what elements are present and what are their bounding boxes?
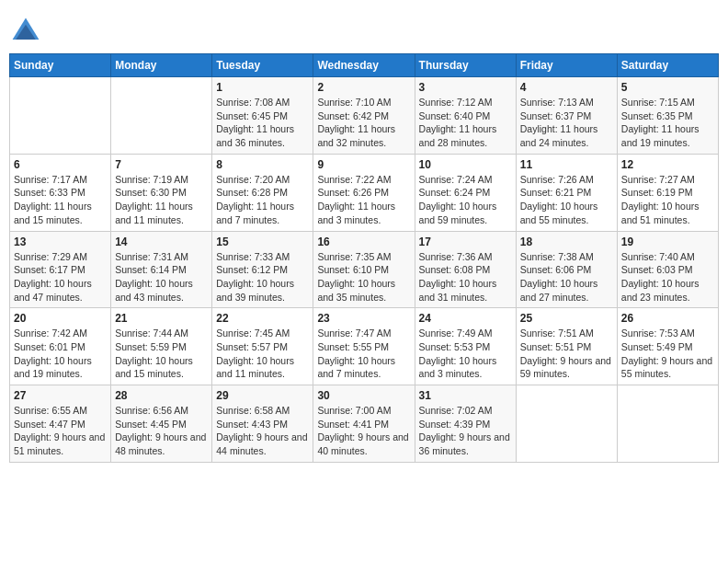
- weekday-header-sunday: Sunday: [10, 54, 111, 77]
- day-number: 17: [419, 236, 512, 248]
- calendar-cell: 22Sunrise: 7:45 AM Sunset: 5:57 PM Dayli…: [212, 308, 313, 385]
- day-info: Sunrise: 7:47 AM Sunset: 5:55 PM Dayligh…: [317, 327, 410, 381]
- day-number: 18: [520, 236, 613, 248]
- day-number: 10: [419, 158, 512, 171]
- calendar-cell: 29Sunrise: 6:58 AM Sunset: 4:43 PM Dayli…: [212, 385, 313, 463]
- day-number: 23: [317, 312, 410, 325]
- day-info: Sunrise: 7:29 AM Sunset: 6:17 PM Dayligh…: [14, 250, 107, 304]
- calendar-cell: 16Sunrise: 7:35 AM Sunset: 6:10 PM Dayli…: [313, 231, 415, 308]
- calendar-cell: 13Sunrise: 7:29 AM Sunset: 6:17 PM Dayli…: [10, 231, 111, 308]
- day-number: 25: [520, 312, 613, 325]
- day-number: 13: [14, 236, 107, 248]
- day-info: Sunrise: 7:45 AM Sunset: 5:57 PM Dayligh…: [216, 327, 309, 381]
- calendar-cell: 3Sunrise: 7:12 AM Sunset: 6:40 PM Daylig…: [415, 77, 516, 155]
- day-number: 20: [14, 312, 107, 325]
- calendar-cell: 11Sunrise: 7:26 AM Sunset: 6:21 PM Dayli…: [516, 154, 617, 231]
- weekday-header-monday: Monday: [111, 54, 212, 77]
- day-number: 26: [621, 312, 714, 325]
- calendar-cell: 18Sunrise: 7:38 AM Sunset: 6:06 PM Dayli…: [516, 231, 617, 308]
- day-number: 22: [216, 312, 309, 325]
- day-info: Sunrise: 7:13 AM Sunset: 6:37 PM Dayligh…: [520, 96, 613, 150]
- day-number: 27: [14, 389, 107, 402]
- day-info: Sunrise: 7:38 AM Sunset: 6:06 PM Dayligh…: [520, 250, 613, 304]
- calendar-cell: 19Sunrise: 7:40 AM Sunset: 6:03 PM Dayli…: [617, 231, 718, 308]
- weekday-header-thursday: Thursday: [415, 54, 516, 77]
- day-info: Sunrise: 7:36 AM Sunset: 6:08 PM Dayligh…: [419, 250, 512, 304]
- calendar-cell: 4Sunrise: 7:13 AM Sunset: 6:37 PM Daylig…: [516, 77, 617, 155]
- calendar-cell: 1Sunrise: 7:08 AM Sunset: 6:45 PM Daylig…: [212, 77, 313, 155]
- day-info: Sunrise: 7:02 AM Sunset: 4:39 PM Dayligh…: [419, 404, 512, 458]
- day-number: 30: [317, 389, 410, 402]
- calendar-cell: 10Sunrise: 7:24 AM Sunset: 6:24 PM Dayli…: [415, 154, 516, 231]
- day-number: 21: [115, 312, 208, 325]
- day-info: Sunrise: 7:20 AM Sunset: 6:28 PM Dayligh…: [216, 173, 309, 227]
- day-number: 9: [317, 158, 410, 171]
- calendar-cell: 25Sunrise: 7:51 AM Sunset: 5:51 PM Dayli…: [516, 308, 617, 385]
- calendar-cell: 2Sunrise: 7:10 AM Sunset: 6:42 PM Daylig…: [313, 77, 415, 155]
- calendar-cell: 9Sunrise: 7:22 AM Sunset: 6:26 PM Daylig…: [313, 154, 415, 231]
- day-number: 8: [216, 158, 309, 171]
- calendar-cell: 12Sunrise: 7:27 AM Sunset: 6:19 PM Dayli…: [617, 154, 718, 231]
- calendar-cell: 21Sunrise: 7:44 AM Sunset: 5:59 PM Dayli…: [111, 308, 212, 385]
- day-info: Sunrise: 7:17 AM Sunset: 6:33 PM Dayligh…: [14, 173, 107, 227]
- calendar-cell: 7Sunrise: 7:19 AM Sunset: 6:30 PM Daylig…: [111, 154, 212, 231]
- day-number: 1: [216, 81, 309, 94]
- day-info: Sunrise: 6:55 AM Sunset: 4:47 PM Dayligh…: [14, 404, 107, 458]
- day-info: Sunrise: 7:31 AM Sunset: 6:14 PM Dayligh…: [115, 250, 208, 304]
- weekday-header-friday: Friday: [516, 54, 617, 77]
- day-info: Sunrise: 6:56 AM Sunset: 4:45 PM Dayligh…: [115, 404, 208, 458]
- weekday-header-tuesday: Tuesday: [212, 54, 313, 77]
- day-number: 5: [621, 81, 714, 94]
- day-info: Sunrise: 7:12 AM Sunset: 6:40 PM Dayligh…: [419, 96, 512, 150]
- calendar-cell: 6Sunrise: 7:17 AM Sunset: 6:33 PM Daylig…: [10, 154, 111, 231]
- calendar-cell: 20Sunrise: 7:42 AM Sunset: 6:01 PM Dayli…: [10, 308, 111, 385]
- calendar-table: SundayMondayTuesdayWednesdayThursdayFrid…: [9, 53, 719, 463]
- calendar-cell: [617, 385, 718, 463]
- day-info: Sunrise: 7:15 AM Sunset: 6:35 PM Dayligh…: [621, 96, 714, 150]
- day-number: 7: [115, 158, 208, 171]
- day-number: 14: [115, 236, 208, 248]
- calendar-cell: 28Sunrise: 6:56 AM Sunset: 4:45 PM Dayli…: [111, 385, 212, 463]
- calendar-cell: 8Sunrise: 7:20 AM Sunset: 6:28 PM Daylig…: [212, 154, 313, 231]
- day-number: 19: [621, 236, 714, 248]
- calendar-cell: [516, 385, 617, 463]
- calendar-cell: [10, 77, 111, 155]
- day-info: Sunrise: 7:24 AM Sunset: 6:24 PM Dayligh…: [419, 173, 512, 227]
- day-number: 11: [520, 158, 613, 171]
- day-number: 24: [419, 312, 512, 325]
- day-info: Sunrise: 7:22 AM Sunset: 6:26 PM Dayligh…: [317, 173, 410, 227]
- weekday-header-saturday: Saturday: [617, 54, 718, 77]
- day-number: 31: [419, 389, 512, 402]
- day-number: 3: [419, 81, 512, 94]
- day-number: 15: [216, 236, 309, 248]
- day-number: 2: [317, 81, 410, 94]
- day-info: Sunrise: 7:33 AM Sunset: 6:12 PM Dayligh…: [216, 250, 309, 304]
- calendar-cell: 24Sunrise: 7:49 AM Sunset: 5:53 PM Dayli…: [415, 308, 516, 385]
- calendar-cell: 27Sunrise: 6:55 AM Sunset: 4:47 PM Dayli…: [10, 385, 111, 463]
- calendar-cell: 26Sunrise: 7:53 AM Sunset: 5:49 PM Dayli…: [617, 308, 718, 385]
- day-info: Sunrise: 7:40 AM Sunset: 6:03 PM Dayligh…: [621, 250, 714, 304]
- day-number: 6: [14, 158, 107, 171]
- day-info: Sunrise: 7:00 AM Sunset: 4:41 PM Dayligh…: [317, 404, 410, 458]
- day-info: Sunrise: 7:10 AM Sunset: 6:42 PM Dayligh…: [317, 96, 410, 150]
- day-number: 16: [317, 236, 410, 248]
- calendar-cell: 31Sunrise: 7:02 AM Sunset: 4:39 PM Dayli…: [415, 385, 516, 463]
- day-info: Sunrise: 7:53 AM Sunset: 5:49 PM Dayligh…: [621, 327, 714, 381]
- day-info: Sunrise: 7:27 AM Sunset: 6:19 PM Dayligh…: [621, 173, 714, 227]
- day-number: 12: [621, 158, 714, 171]
- calendar-cell: 17Sunrise: 7:36 AM Sunset: 6:08 PM Dayli…: [415, 231, 516, 308]
- day-info: Sunrise: 7:26 AM Sunset: 6:21 PM Dayligh…: [520, 173, 613, 227]
- calendar-cell: 30Sunrise: 7:00 AM Sunset: 4:41 PM Dayli…: [313, 385, 415, 463]
- day-info: Sunrise: 7:35 AM Sunset: 6:10 PM Dayligh…: [317, 250, 410, 304]
- logo: [9, 15, 44, 48]
- day-number: 4: [520, 81, 613, 94]
- calendar-cell: [111, 77, 212, 155]
- day-info: Sunrise: 7:08 AM Sunset: 6:45 PM Dayligh…: [216, 96, 309, 150]
- day-info: Sunrise: 7:19 AM Sunset: 6:30 PM Dayligh…: [115, 173, 208, 227]
- calendar-cell: 5Sunrise: 7:15 AM Sunset: 6:35 PM Daylig…: [617, 77, 718, 155]
- day-number: 29: [216, 389, 309, 402]
- day-info: Sunrise: 7:44 AM Sunset: 5:59 PM Dayligh…: [115, 327, 208, 381]
- calendar-cell: 14Sunrise: 7:31 AM Sunset: 6:14 PM Dayli…: [111, 231, 212, 308]
- day-number: 28: [115, 389, 208, 402]
- day-info: Sunrise: 7:51 AM Sunset: 5:51 PM Dayligh…: [520, 327, 613, 381]
